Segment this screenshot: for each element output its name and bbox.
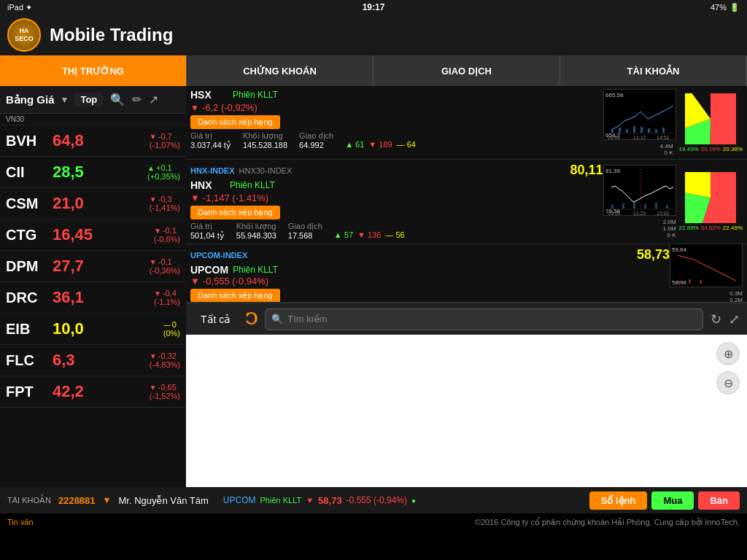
banggia-title: Bảng Giá (6, 93, 55, 106)
hnx-details: Giá trị501,04 tỷ Khối lượng55.948.303 Gi… (190, 222, 603, 241)
upcom-index-block: UPCOM-INDEX 58,73 UPCOM Phiên KLLT ▼ -0,… (186, 244, 747, 303)
list-item[interactable]: CSM 21,0 ▼-0,3 (-1,41%) (0, 188, 186, 219)
list-item[interactable]: BVH 64,8 ▼-0,7 (-1,07%) (0, 125, 186, 157)
hnx-rank-button[interactable]: Danh sách xếp hạng (190, 206, 280, 219)
market-ticker: UPCOM Phiên KLLT ▼ 58,73 -0,555 (-0,94%)… (223, 495, 416, 506)
svg-rect-26 (633, 202, 635, 209)
account-name: Mr. Nguyễn Văn Tám (118, 495, 208, 506)
upcom-chart: 59,64 58,96 0.3M 0.2M (670, 244, 743, 303)
stock-change: ▼-0,3 (-1,41%) (150, 195, 180, 212)
copyright: ©2016 Công ty cổ phần chứng khoán Hải Ph… (475, 518, 740, 527)
list-item[interactable]: DPM 27,7 ▼-0,1 (-0,36%) (0, 251, 186, 282)
app-header: HA SECO Mobile Trading (0, 15, 747, 55)
svg-text:665,58: 665,58 (605, 92, 624, 98)
zoom-controls: ⊕ ⊖ (716, 342, 740, 394)
list-item[interactable]: CTG 16,45 ▼-0,1 (-0,6%) (0, 219, 186, 251)
stock-symbol: FLC (6, 352, 50, 369)
search-bar: Tất cả Ↄ 🔍 Tìm kiếm ↻ ⤢ (186, 303, 747, 335)
hnx-left: HNX-INDEX HNX30-INDEX 80,11 HNX Phiên KL… (190, 163, 603, 241)
order-button[interactable]: Sổ lệnh (589, 491, 648, 510)
stock-price: 21,0 (53, 194, 84, 213)
stock-symbol: BVH (6, 133, 50, 149)
svg-rect-37 (700, 280, 702, 284)
clock: 19:17 (363, 2, 385, 12)
stock-symbol: EIB (6, 321, 50, 338)
upcom-rank-button[interactable]: Danh sách xếp hạng (190, 289, 280, 303)
ticker-session: Phiên KLLT (260, 496, 302, 505)
hsx-session: Phiên KLLT (233, 90, 278, 100)
stock-price: 36,1 (53, 288, 84, 307)
tab-tai-khoan[interactable]: TÀI KHOẢN (560, 55, 747, 86)
expand-icon[interactable]: ↗ (149, 93, 158, 106)
sell-button[interactable]: Bán (698, 491, 740, 510)
stock-change: —0 (0%) (163, 320, 180, 338)
search-icon[interactable]: 🔍 (110, 93, 125, 106)
stock-change: ▼-0,32 (-4,83%) (150, 351, 180, 369)
zoom-out-icon: ⊖ (724, 376, 733, 390)
stock-price: 27,7 (53, 257, 84, 276)
svg-rect-24 (611, 205, 614, 209)
ticker-name: UPCOM (223, 495, 256, 505)
svg-text:09:00: 09:00 (608, 135, 621, 140)
vn30-bar: VN30 (0, 114, 186, 125)
list-item[interactable]: DRC 36,1 ▼-0,4 (-1,1%) (0, 282, 186, 314)
stock-price: 64,8 (53, 131, 84, 150)
stock-list: Bảng Giá ▼ Top 🔍 ✏ ↗ VN30 BVH 64,8 ▼-0,7… (0, 86, 186, 487)
ticker-change: -0,555 (-0,94%) (347, 495, 407, 505)
upcom-left: UPCOM-INDEX 58,73 UPCOM Phiên KLLT ▼ -0,… (190, 247, 670, 299)
refresh-icon[interactable]: ↻ (711, 311, 721, 327)
stock-price: 10,0 (53, 319, 84, 338)
hsx-chart: 665,58 654,7 09:00 11:12 14:52 (603, 89, 676, 156)
search-icon: 🔍 (271, 314, 283, 324)
svg-rect-25 (622, 203, 624, 209)
stock-symbol: CTG (6, 227, 50, 244)
expand-fullscreen-icon[interactable]: ⤢ (729, 311, 740, 327)
zoom-out-button[interactable]: ⊖ (716, 371, 740, 394)
list-item[interactable]: EIB 10,0 —0 (0%) (0, 314, 186, 345)
list-item[interactable]: FLC 6,3 ▼-0,32 (-4,83%) (0, 345, 186, 376)
list-item[interactable]: FPT 42,2 ▼-0,65 (-1,52%) (0, 376, 186, 408)
svg-text:09:00: 09:00 (608, 211, 621, 216)
zoom-in-icon: ⊕ (724, 347, 733, 361)
zoom-in-button[interactable]: ⊕ (716, 342, 740, 365)
hsx-rank-button[interactable]: Danh sách xếp hạng (190, 115, 280, 129)
stock-change: ▼-0,7 (-1,07%) (150, 132, 180, 149)
svg-rect-12 (655, 129, 657, 133)
tab-thi-truong[interactable]: THỊ TRƯỜNG (0, 55, 187, 86)
hnx-name: HNX (190, 179, 227, 191)
svg-rect-13 (662, 128, 665, 133)
c-icon[interactable]: Ↄ (245, 310, 258, 329)
tab-chung-khoan[interactable]: CHỨNG KHOÁN (187, 55, 374, 86)
svg-rect-27 (644, 204, 646, 209)
tab-giao-dich[interactable]: GIAO DỊCH (374, 55, 560, 86)
list-item[interactable]: CII 28,5 ▲+0,1 (+0,35%) (0, 157, 186, 188)
battery-indicator: 47% 🔋 (711, 3, 740, 12)
tatca-button[interactable]: Tất cả (193, 311, 238, 328)
footer: Tin văn ©2016 Công ty cổ phần chứng khoá… (0, 513, 747, 531)
stock-symbol: DPM (6, 258, 50, 275)
stock-change: ▼-0,65 (-1,52%) (150, 383, 180, 400)
hnx-index-block: HNX-INDEX HNX30-INDEX 80,11 HNX Phiên KL… (186, 160, 747, 244)
banggia-dropdown[interactable]: ▼ (61, 95, 69, 105)
hnx-change: -1,147 (-1,41%) (203, 192, 268, 203)
action-buttons: Sổ lệnh Mua Bán (589, 491, 740, 510)
top-badge[interactable]: Top (74, 93, 103, 106)
svg-text:81,39: 81,39 (605, 168, 621, 174)
hsx-index-block: HSX Phiên KLLT ▼ -6,2 (-0,92%) Danh sách… (186, 86, 747, 160)
hsx-chart-pie: 665,58 654,7 09:00 11:12 14:52 (603, 89, 743, 156)
search-box[interactable]: 🔍 Tìm kiếm (265, 308, 703, 330)
svg-text:14:52: 14:52 (657, 135, 670, 140)
right-panel: HSX Phiên KLLT ▼ -6,2 (-0,92%) Danh sách… (186, 86, 747, 487)
stock-symbol: CSM (6, 195, 50, 212)
hsx-name: HSX (190, 89, 227, 101)
status-bar: iPad ✦ 19:17 47% 🔋 (0, 0, 747, 15)
nav-tabs: THỊ TRƯỜNG CHỨNG KHOÁN GIAO DỊCH TÀI KHO… (0, 55, 747, 86)
edit-icon[interactable]: ✏ (132, 93, 142, 106)
stock-list-header: Bảng Giá ▼ Top 🔍 ✏ ↗ (0, 86, 186, 114)
buy-button[interactable]: Mua (651, 491, 694, 510)
upcom-chart-pie: 59,64 58,96 0.3M 0.2M (670, 247, 743, 299)
stock-items: BVH 64,8 ▼-0,7 (-1,07%) CII 28,5 ▲+0,1 (… (0, 125, 186, 408)
hnx-chart-pie: 81,39 79,58 09:00 11:23 15:02 (603, 163, 743, 241)
stock-price: 16,45 (53, 225, 93, 244)
svg-rect-28 (655, 203, 657, 209)
